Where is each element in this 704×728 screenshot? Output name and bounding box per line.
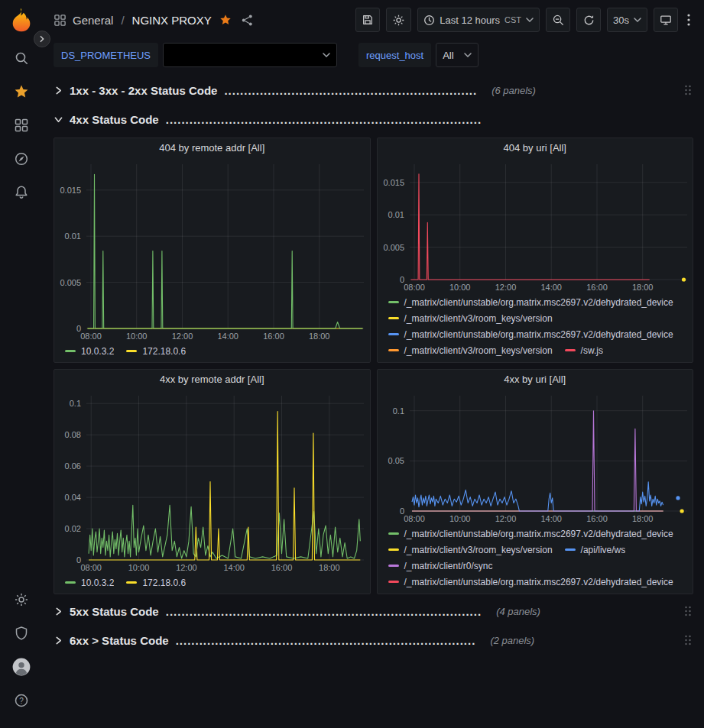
svg-text:0.1: 0.1 <box>70 399 81 408</box>
panel-title[interactable]: 404 by uri [All] <box>378 138 693 158</box>
panel-title[interactable]: 404 by remote addr [All] <box>54 138 370 158</box>
series-label: /_matrix/client/v3/room_keys/version <box>404 345 553 356</box>
timezone-badge: CST <box>504 15 521 24</box>
bell-icon <box>14 185 29 200</box>
dashboard-title[interactable]: NGINX PROXY <box>132 14 212 27</box>
time-series-chart[interactable]: 08:0010:0012:0014:0016:0018:0000.0050.01… <box>54 158 370 342</box>
legend-item[interactable]: /_matrix/client/r0/sync <box>388 558 493 573</box>
panel-title[interactable]: 4xx by remote addr [All] <box>54 370 370 390</box>
series-label: /_matrix/client/v3/room_keys/version <box>404 545 553 555</box>
chevron-right-icon <box>54 607 63 616</box>
sidebar-item-server-admin[interactable] <box>6 616 37 650</box>
panel-404-by-remote-addr: 404 by remote addr [All] 08:0010:0012:00… <box>54 138 371 363</box>
chevron-down-icon <box>634 18 641 22</box>
refresh-dashboard-button[interactable] <box>576 8 601 32</box>
svg-text:?: ? <box>19 697 24 705</box>
svg-text:0.01: 0.01 <box>65 231 81 241</box>
panel-4xx-by-uri: 4xx by uri [All] 08:0010:0012:0014:0016:… <box>377 369 694 594</box>
svg-text:12:00: 12:00 <box>172 332 193 341</box>
svg-text:12:00: 12:00 <box>495 514 516 523</box>
row-1xx-3xx-2xx-status-code[interactable]: 1xx - 3xx - 2xx Status Code ............… <box>54 79 693 101</box>
more-options-button[interactable] <box>684 14 693 26</box>
sidebar-item-help[interactable]: ? <box>6 684 37 717</box>
series-label: /_matrix/client/unstable/org.matrix.msc2… <box>404 577 673 587</box>
legend-item[interactable]: /_matrix/client/unstable/org.matrix.msc2… <box>388 327 673 341</box>
clock-icon <box>423 15 435 26</box>
time-series-chart[interactable]: 08:0010:0012:0014:0016:0018:0000.020.040… <box>54 390 370 574</box>
legend-item[interactable]: /sw.js <box>565 343 603 358</box>
legend-item[interactable]: 172.18.0.6 <box>126 575 186 590</box>
series-color-swatch <box>65 581 76 584</box>
sidebar-item-search[interactable] <box>6 41 37 75</box>
row-title-dots: ........................................… <box>166 605 482 618</box>
svg-text:0.05: 0.05 <box>388 456 404 465</box>
save-dashboard-button[interactable] <box>355 8 380 32</box>
datasource-value-dropdown[interactable] <box>163 43 337 67</box>
panel-legend: 10.0.3.2172.18.0.6 <box>54 342 370 362</box>
row-drag-handle[interactable] <box>684 84 693 96</box>
legend-item[interactable]: /_matrix/client/v3/room_keys/version <box>388 542 553 557</box>
row-title-dots: ........................................… <box>176 634 476 647</box>
row-6xx-status-code[interactable]: 6xx > Status Code ......................… <box>54 629 693 651</box>
breadcrumb-folder[interactable]: General <box>73 14 113 27</box>
zoom-out-icon <box>552 14 564 26</box>
legend-item[interactable]: /api/live/ws <box>565 542 626 557</box>
refresh-interval-label: 30s <box>613 15 629 26</box>
share-icon <box>241 14 254 27</box>
svg-text:12:00: 12:00 <box>176 563 197 572</box>
legend-item[interactable]: 10.0.3.2 <box>65 575 114 590</box>
dashboard-content: 1xx - 3xx - 2xx Status Code ............… <box>42 75 704 651</box>
datasource-variable-label[interactable]: DS_PROMETHEUS <box>54 43 158 67</box>
chevron-right-icon <box>54 86 63 95</box>
compass-icon <box>14 151 29 167</box>
time-series-chart[interactable]: 08:0010:0012:0014:0016:0018:0000.0050.01… <box>378 158 693 293</box>
sidebar-item-profile[interactable] <box>6 650 37 684</box>
chevron-down-icon <box>526 18 534 22</box>
sidebar-item-dashboards[interactable] <box>6 108 37 142</box>
refresh-interval-dropdown[interactable]: 30s <box>607 8 647 32</box>
svg-text:14:00: 14:00 <box>540 514 562 523</box>
legend-item[interactable]: 172.18.0.6 <box>126 344 186 358</box>
chevron-down-icon <box>464 53 472 57</box>
favorite-star-button[interactable] <box>219 14 232 26</box>
tv-mode-button[interactable] <box>654 8 678 32</box>
svg-text:16:00: 16:00 <box>586 514 608 523</box>
sidebar-item-configuration[interactable] <box>6 583 37 616</box>
sidebar-item-starred[interactable] <box>6 75 37 108</box>
svg-text:0.04: 0.04 <box>65 493 81 502</box>
request-host-variable-label[interactable]: request_host <box>358 43 431 67</box>
row-drag-handle[interactable] <box>684 634 693 646</box>
panel-title[interactable]: 4xx by uri [All] <box>378 370 693 390</box>
time-range-picker[interactable]: Last 12 hours CST <box>417 8 540 32</box>
svg-text:16:00: 16:00 <box>586 283 608 292</box>
sidebar-expand-button[interactable] <box>34 31 50 47</box>
legend-item[interactable]: /_matrix/client/unstable/org.matrix.msc2… <box>388 295 673 309</box>
svg-text:0: 0 <box>76 555 81 565</box>
legend-item[interactable]: /_matrix/client/v3/room_keys/version <box>388 343 553 358</box>
share-dashboard-button[interactable] <box>241 14 254 27</box>
svg-text:0.005: 0.005 <box>60 278 81 287</box>
zoom-out-time-button[interactable] <box>546 8 570 32</box>
legend-item[interactable]: /_matrix/client/unstable/org.matrix.msc2… <box>388 526 673 541</box>
svg-text:0.02: 0.02 <box>65 524 81 533</box>
legend-item[interactable]: /_matrix/client/unstable/org.matrix.msc2… <box>388 574 673 589</box>
svg-text:14:00: 14:00 <box>223 563 245 572</box>
series-color-swatch <box>388 581 399 583</box>
apps-grid-icon[interactable] <box>54 14 67 27</box>
svg-text:14:00: 14:00 <box>540 283 562 292</box>
row-4xx-status-code[interactable]: 4xx Status Code ........................… <box>54 108 693 130</box>
row-5xx-status-code[interactable]: 5xx Status Code ........................… <box>54 600 693 622</box>
refresh-icon <box>583 15 595 26</box>
sidebar-item-alerting[interactable] <box>6 176 37 209</box>
panel-legend: /_matrix/client/unstable/org.matrix.msc2… <box>378 293 693 362</box>
request-host-value-dropdown[interactable]: All <box>436 43 479 67</box>
legend-item[interactable]: 10.0.3.2 <box>65 344 114 358</box>
row-drag-handle[interactable] <box>684 605 693 617</box>
dashboard-settings-button[interactable] <box>386 8 411 32</box>
sidebar-item-explore[interactable] <box>6 142 37 176</box>
time-series-chart[interactable]: 08:0010:0012:0014:0016:0018:0000.050.1 <box>378 390 693 525</box>
legend-item[interactable]: /_matrix/client/v3/room_keys/version <box>388 311 553 325</box>
svg-text:16:00: 16:00 <box>263 332 284 341</box>
grafana-logo-icon[interactable] <box>8 8 34 34</box>
series-color-swatch <box>388 548 399 551</box>
